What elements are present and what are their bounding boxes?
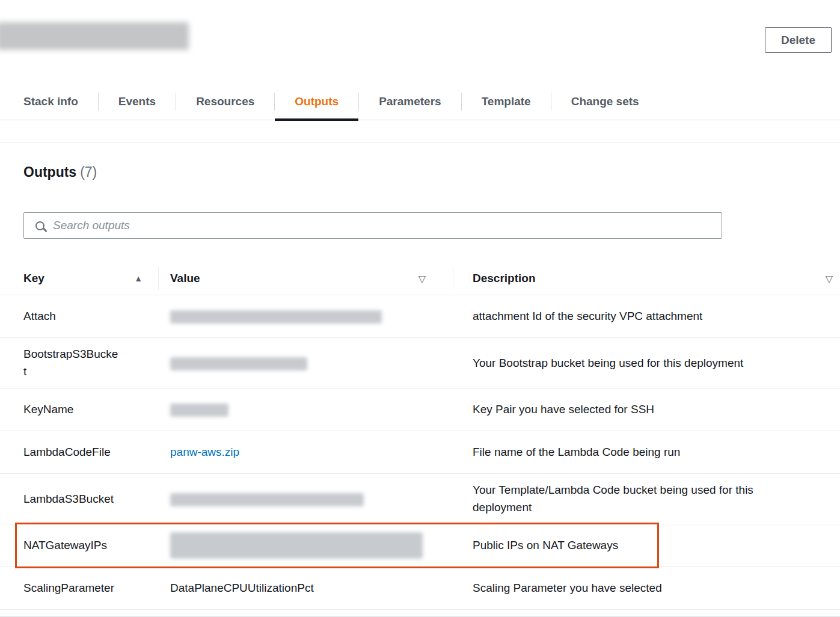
output-value <box>158 532 453 559</box>
tab-bar: Stack info Events Resources Outputs Para… <box>0 83 840 120</box>
table-row: LambdaCodeFile panw-aws.zip File name of… <box>0 431 840 474</box>
table-header-row: Key ▲ Value ▽ Description ▽ <box>0 262 840 295</box>
panel-title-text: Outputs <box>23 164 76 180</box>
output-key: ScalingParameter <box>0 579 158 597</box>
table-row: ScalingParameter DataPlaneCPUUtilization… <box>0 567 840 610</box>
output-key: NATGatewayIPs <box>0 536 158 554</box>
filter-icon[interactable]: ▽ <box>418 273 426 284</box>
output-value <box>158 490 453 508</box>
stack-name-redacted <box>0 22 189 50</box>
tab-change-sets[interactable]: Change sets <box>551 83 659 120</box>
search-box <box>23 212 722 239</box>
tab-template[interactable]: Template <box>462 83 551 120</box>
column-header-description-label: Description <box>473 272 536 285</box>
redacted-value <box>170 532 423 559</box>
tab-stack-info[interactable]: Stack info <box>4 83 98 120</box>
column-header-key: Key ▲ <box>0 262 158 295</box>
redacted-value <box>170 493 364 506</box>
output-value: panw-aws.zip <box>158 443 453 461</box>
tab-outputs[interactable]: Outputs <box>275 83 358 120</box>
outputs-count: (7) <box>80 164 97 180</box>
table-row: NATGatewayIPs Public IPs on NAT Gateways <box>0 524 840 567</box>
search-input[interactable] <box>53 213 722 238</box>
output-value: DataPlaneCPUUtilizationPct <box>158 579 453 597</box>
output-value-text: DataPlaneCPUUtilizationPct <box>170 582 314 594</box>
output-value <box>158 307 453 325</box>
output-value <box>158 354 453 372</box>
tab-resources[interactable]: Resources <box>176 83 274 120</box>
output-key: LambdaS3Bucket <box>0 490 158 508</box>
column-header-value-label: Value <box>170 272 200 285</box>
tab-parameters[interactable]: Parameters <box>359 83 461 120</box>
output-description: Scaling Parameter you have selected <box>453 579 840 597</box>
output-key: KeyName <box>0 401 158 418</box>
output-key: Attach <box>0 307 158 325</box>
column-header-description: Description ▽ <box>453 262 840 295</box>
output-value-link[interactable]: panw-aws.zip <box>170 446 239 458</box>
tab-events[interactable]: Events <box>99 83 176 120</box>
search-icon <box>35 221 44 230</box>
column-header-value: Value ▽ <box>158 262 453 295</box>
outputs-panel: Outputs(7) Key ▲ Value ▽ Description ▽ A… <box>0 143 840 616</box>
table-row: BootstrapS3Bucket Your Bootstrap bucket … <box>0 338 840 388</box>
output-value <box>158 401 453 418</box>
output-description: File name of the Lambda Code being run <box>453 443 840 461</box>
output-key: LambdaCodeFile <box>0 443 158 461</box>
outputs-table: Key ▲ Value ▽ Description ▽ Attach attac… <box>0 262 840 610</box>
output-description: Key Pair you have selected for SSH <box>453 401 840 418</box>
table-row: LambdaS3Bucket Your Template/Lambda Code… <box>0 474 840 524</box>
output-description: Public IPs on NAT Gateways <box>453 536 840 554</box>
table-row: KeyName Key Pair you have selected for S… <box>0 388 840 431</box>
redacted-value <box>170 310 382 324</box>
sort-ascending-icon[interactable]: ▲ <box>134 274 143 283</box>
delete-button[interactable]: Delete <box>765 27 832 53</box>
panel-title: Outputs(7) <box>0 163 840 181</box>
redacted-value <box>170 404 228 417</box>
output-description: attachment Id of the security VPC attach… <box>453 307 840 325</box>
filter-icon[interactable]: ▽ <box>826 273 833 284</box>
column-header-key-label: Key <box>23 272 44 285</box>
page-header: Delete <box>0 0 840 83</box>
output-key: BootstrapS3Bucket <box>0 345 158 381</box>
output-description: Your Bootstrap bucket being used for thi… <box>453 354 840 372</box>
output-description: Your Template/Lambda Code bucket being u… <box>453 481 840 517</box>
redacted-value <box>170 357 307 370</box>
table-row: Attach attachment Id of the security VPC… <box>0 295 840 338</box>
